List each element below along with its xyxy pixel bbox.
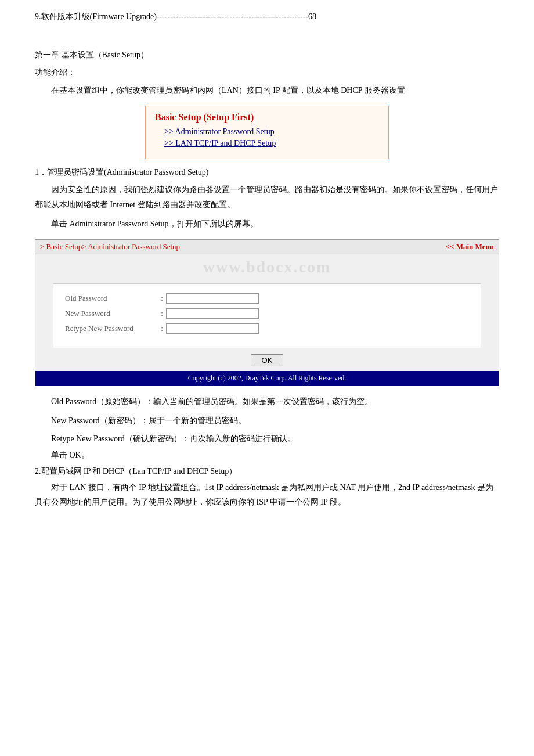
ok-button[interactable]: OK	[251, 354, 284, 366]
section2-number: 2.配置局域网 IP 和 DHCP（Lan TCP/IP and DHCP Se…	[35, 466, 499, 477]
basic-setup-box: Basic Setup (Setup First) Administrator …	[145, 106, 389, 159]
router-ui-header-left: > Basic Setup> Administrator Password Se…	[40, 242, 180, 251]
intro-text: 在基本设置组中，你能改变管理员密码和内网（LAN）接口的 IP 配置，以及本地 …	[35, 83, 499, 98]
retype-password-row: Retype New Password :	[65, 323, 469, 334]
admin-password-setup-link[interactable]: Administrator Password Setup	[164, 127, 379, 136]
desc4: 单击 OK。	[51, 450, 499, 460]
router-ui-box: > Basic Setup> Administrator Password Se…	[35, 239, 499, 386]
router-ui-header-right[interactable]: << Main Menu	[446, 242, 494, 251]
form-colon-1: :	[158, 294, 166, 303]
lan-dhcp-setup-link[interactable]: LAN TCP/IP and DHCP Setup	[164, 139, 379, 148]
desc1: Old Password（原始密码）：输入当前的管理员密码。如果是第一次设置密码…	[35, 394, 499, 409]
router-ui-footer: Copyright (c) 2002, DrayTek Corp. All Ri…	[35, 371, 499, 386]
router-ui-watermark: www.bdocx.com	[35, 254, 499, 279]
intro-label: 功能介绍：	[35, 65, 499, 80]
chapter1-heading: 第一章 基本设置（Basic Setup）	[35, 50, 499, 60]
section1-number: 1．管理员密码设置(Administrator Password Setup)	[35, 167, 499, 178]
retype-password-label: Retype New Password	[65, 324, 158, 333]
old-password-row: Old Password :	[65, 293, 469, 304]
form-colon-3: :	[158, 324, 166, 333]
new-password-input[interactable]	[166, 308, 259, 319]
router-ui-ok: OK	[35, 354, 499, 366]
section1-para1: 因为安全性的原因，我们强烈建议你为路由器设置一个管理员密码。路由器初始是没有密码…	[35, 182, 499, 211]
desc3: Retype New Password（确认新密码）：再次输入新的密码进行确认。	[51, 431, 499, 446]
form-colon-2: :	[158, 309, 166, 318]
section1-instruction: 单击 Administrator Password Setup，打开如下所以的屏…	[51, 217, 499, 231]
toc-item-9: 9.软件版本升级(Firmware Upgrade)--------------…	[35, 12, 499, 22]
section2-para1: 对于 LAN 接口，有两个 IP 地址设置组合。1st IP address/n…	[35, 480, 499, 509]
old-password-label: Old Password	[65, 294, 158, 303]
new-password-label: New Password	[65, 309, 158, 318]
basic-setup-title: Basic Setup (Setup First)	[155, 112, 379, 123]
desc2: New Password（新密码）：属于一个新的管理员密码。	[51, 413, 499, 428]
old-password-input[interactable]	[166, 293, 259, 304]
router-ui-header: > Basic Setup> Administrator Password Se…	[35, 240, 499, 254]
router-ui-form: Old Password : New Password : Retype New…	[53, 283, 481, 348]
retype-password-input[interactable]	[166, 323, 259, 334]
new-password-row: New Password :	[65, 308, 469, 319]
